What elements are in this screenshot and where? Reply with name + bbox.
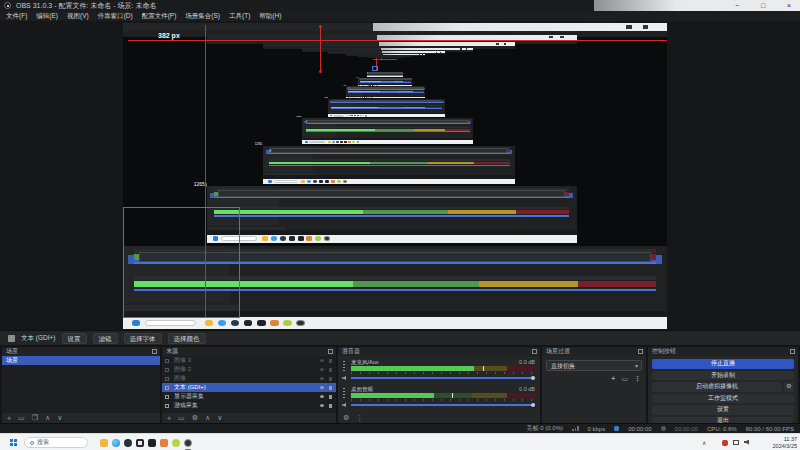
volume-icon[interactable] — [744, 440, 749, 445]
select-font-button[interactable]: 选择字体 — [124, 333, 162, 344]
taskbar-search[interactable]: 搜索 — [24, 437, 88, 448]
app-icon[interactable] — [172, 439, 180, 447]
panel-options-icon[interactable] — [532, 349, 537, 354]
menu-edit[interactable]: 编辑(E) — [36, 12, 58, 21]
record-timer: 00:00:00 — [675, 426, 698, 432]
lock-icon[interactable] — [329, 359, 332, 363]
menu-profile[interactable]: 配置文件(P) — [142, 12, 177, 21]
source-row-selected[interactable]: 文本 (GDI+) — [162, 383, 336, 392]
window-title: OBS 31.0.3 - 配置文件: 未命名 - 场景: 未命名 — [16, 1, 156, 11]
transition-select[interactable]: 直接切换 ▾ — [546, 360, 642, 371]
volume-slider[interactable] — [351, 403, 535, 407]
image-source-icon — [165, 377, 169, 381]
visibility-icon[interactable] — [320, 359, 324, 362]
steam-icon[interactable] — [124, 439, 132, 447]
source-row[interactable]: 图像 3 — [162, 356, 336, 365]
settings-button[interactable]: 设置 — [652, 405, 794, 415]
taskbar-clock[interactable]: 11:37 2024/3/25 — [755, 436, 797, 449]
scenes-panel: 场景 场景 + ▭ ❐ ∧ ∨ — [2, 347, 160, 423]
obs-taskbar-icon[interactable] — [184, 439, 192, 447]
scenes-panel-title: 场景 — [2, 347, 160, 356]
transition-menu-icon[interactable]: ⋮ — [634, 375, 641, 383]
lock-icon[interactable] — [329, 395, 332, 399]
scenes-footer: + ▭ ❐ ∧ ∨ — [2, 413, 160, 423]
lock-icon[interactable] — [329, 377, 332, 381]
speaker-icon[interactable] — [342, 376, 346, 380]
source-selection-box[interactable] — [123, 207, 240, 318]
panel-options-icon[interactable] — [152, 349, 157, 354]
studio-mode-button[interactable]: 工作室模式 — [652, 394, 794, 404]
nested-desktop-level-5: 382 px1265 px382 px1265 px382 px1265 px3… — [328, 51, 444, 116]
menu-docks[interactable]: 停靠窗口(D) — [98, 12, 133, 21]
lock-icon[interactable] — [329, 404, 332, 408]
source-row[interactable]: 显示器采集 — [162, 392, 336, 401]
guide-measurement-label: 382 px — [158, 32, 180, 39]
stop-streaming-button[interactable]: 停止直播 — [652, 359, 794, 369]
source-row[interactable]: 游戏采集 — [162, 401, 336, 410]
lock-icon[interactable] — [329, 386, 332, 390]
exit-button[interactable]: 退出 — [652, 417, 794, 423]
panel-options-icon[interactable] — [790, 349, 795, 354]
add-source-icon[interactable]: + — [167, 415, 171, 422]
close-button[interactable]: × — [781, 1, 797, 10]
visibility-icon[interactable] — [320, 386, 324, 389]
move-up-icon[interactable]: ∧ — [45, 414, 50, 422]
source-row[interactable]: 图像 — [162, 374, 336, 383]
mixer-menu-icon[interactable]: ⋮ — [356, 414, 363, 422]
visibility-icon[interactable] — [320, 377, 324, 380]
channel-menu-icon[interactable] — [343, 388, 345, 400]
volume-slider[interactable] — [351, 376, 535, 380]
advanced-audio-icon[interactable]: ⚙ — [343, 414, 349, 422]
add-transition-icon[interactable]: + — [611, 375, 615, 383]
lock-icon[interactable] — [329, 368, 332, 372]
nested-desktop-level-4: 382 px1265 px382 px1265 px382 px1265 px3… — [302, 48, 473, 144]
scene-filters-icon[interactable]: ❐ — [32, 414, 38, 422]
menu-scene-collection[interactable]: 场景集合(S) — [185, 12, 220, 21]
menu-tools[interactable]: 工具(T) — [229, 12, 250, 21]
panel-options-icon[interactable] — [638, 349, 643, 354]
visibility-icon[interactable] — [320, 404, 324, 407]
tray-chevron-icon[interactable]: ∧ — [702, 439, 706, 446]
app-icon[interactable] — [160, 439, 168, 447]
mixer-panel: 混音器 麦克风/Aux 0.0 dB 桌面音频 0.0 dB ⚙ ⋮ — [338, 347, 540, 423]
browser-icon[interactable] — [112, 439, 120, 447]
source-row[interactable]: 图像 2 — [162, 365, 336, 374]
scene-item[interactable]: 场景 — [2, 356, 160, 365]
start-recording-button[interactable]: 开始录制 — [652, 371, 794, 381]
network-icon[interactable] — [733, 440, 739, 445]
add-scene-icon[interactable]: + — [7, 415, 11, 422]
filters-button[interactable]: 滤镜 — [93, 333, 118, 344]
source-properties-icon[interactable]: ⚙ — [192, 414, 198, 422]
obs-tray-icon[interactable] — [722, 440, 728, 446]
move-up-icon[interactable]: ∧ — [205, 414, 210, 422]
preview-canvas[interactable]: 382 px1265 px382 px1265 px382 px1265 px3… — [0, 21, 800, 330]
channel-name: 麦克风/Aux — [351, 359, 379, 366]
menu-file[interactable]: 文件(F) — [6, 12, 27, 21]
start-virtual-camera-button[interactable]: 启动虚拟摄像机 — [652, 382, 782, 392]
visibility-icon[interactable] — [320, 395, 324, 398]
status-bar: 丢帧 0 (0.0%) 0 kbps 00:00:00 00:00:00 CPU… — [0, 423, 800, 433]
minimize-button[interactable]: − — [729, 1, 745, 10]
virtual-camera-settings-icon[interactable]: ⚙ — [784, 382, 794, 392]
move-down-icon[interactable]: ∨ — [57, 414, 62, 422]
app-icon[interactable] — [148, 439, 156, 447]
remove-transition-icon[interactable]: ▭ — [621, 375, 628, 383]
search-icon — [30, 441, 34, 445]
visibility-icon[interactable] — [320, 368, 324, 371]
remove-scene-icon[interactable]: ▭ — [18, 414, 25, 422]
select-color-button[interactable]: 选择颜色 — [168, 333, 206, 344]
channel-menu-icon[interactable] — [343, 361, 345, 373]
menu-view[interactable]: 视图(V) — [67, 12, 89, 21]
menu-help[interactable]: 帮助(H) — [259, 12, 281, 21]
start-button[interactable] — [10, 439, 13, 442]
panel-options-icon[interactable] — [328, 349, 333, 354]
move-down-icon[interactable]: ∨ — [217, 414, 222, 422]
display-capture-icon — [165, 395, 169, 399]
file-explorer-icon[interactable] — [100, 439, 108, 447]
remove-source-icon[interactable]: ▭ — [178, 414, 185, 422]
mixer-panel-title: 混音器 — [338, 347, 540, 356]
maximize-button[interactable]: □ — [755, 1, 771, 10]
app-icon[interactable] — [136, 439, 144, 447]
speaker-icon[interactable] — [342, 403, 346, 407]
properties-button[interactable]: 设置 — [62, 333, 87, 344]
